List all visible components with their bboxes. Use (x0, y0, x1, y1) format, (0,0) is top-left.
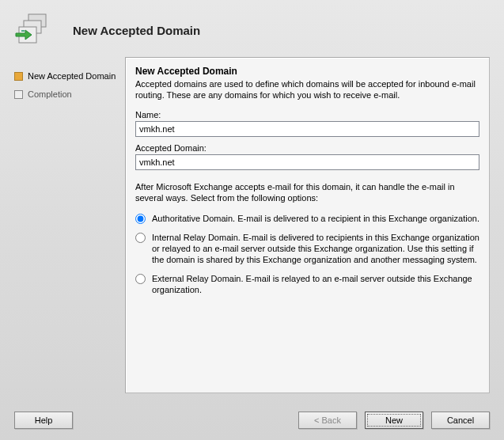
radio-authoritative[interactable] (135, 214, 146, 224)
help-button[interactable]: Help (14, 412, 73, 429)
radio-internal-relay-label: Internal Relay Domain. E-mail is deliver… (152, 232, 479, 265)
section-title: New Accepted Domain (135, 66, 479, 77)
radio-external-relay-label: External Relay Domain. E-mail is relayed… (152, 273, 479, 295)
accepted-domain-label: Accepted Domain: (135, 143, 479, 153)
radio-internal-relay[interactable] (135, 233, 146, 243)
back-button: < Back (298, 412, 357, 429)
step-completion: Completion (14, 89, 117, 100)
wizard-header: New Accepted Domain (0, 0, 504, 57)
button-bar: Help < Back New Cancel (14, 412, 490, 429)
new-button[interactable]: New (365, 412, 423, 429)
content-panel: New Accepted Domain Accepted domains are… (125, 57, 490, 393)
radio-option-internal-relay[interactable]: Internal Relay Domain. E-mail is deliver… (135, 232, 479, 265)
step-indicator-icon (14, 72, 23, 81)
options-intro: After Microsoft Exchange accepts e-mail … (135, 181, 479, 203)
radio-option-external-relay[interactable]: External Relay Domain. E-mail is relayed… (135, 273, 479, 295)
server-mail-icon (14, 11, 52, 49)
radio-external-relay[interactable] (135, 274, 146, 284)
svg-rect-3 (21, 30, 25, 32)
step-indicator-icon (14, 90, 23, 99)
wizard-steps-sidebar: New Accepted Domain Completion (14, 57, 125, 393)
radio-option-authoritative[interactable]: Authoritative Domain. E-mail is delivere… (135, 213, 479, 224)
accepted-domain-input[interactable] (135, 154, 479, 170)
main-area: New Accepted Domain Completion New Accep… (0, 57, 504, 393)
step-new-accepted-domain: New Accepted Domain (14, 71, 117, 82)
wizard-title: New Accepted Domain (73, 24, 200, 37)
name-input[interactable] (135, 121, 479, 137)
radio-authoritative-label: Authoritative Domain. E-mail is delivere… (152, 213, 479, 224)
cancel-button[interactable]: Cancel (431, 412, 490, 429)
name-label: Name: (135, 110, 479, 119)
section-description: Accepted domains are used to define whic… (135, 78, 479, 101)
